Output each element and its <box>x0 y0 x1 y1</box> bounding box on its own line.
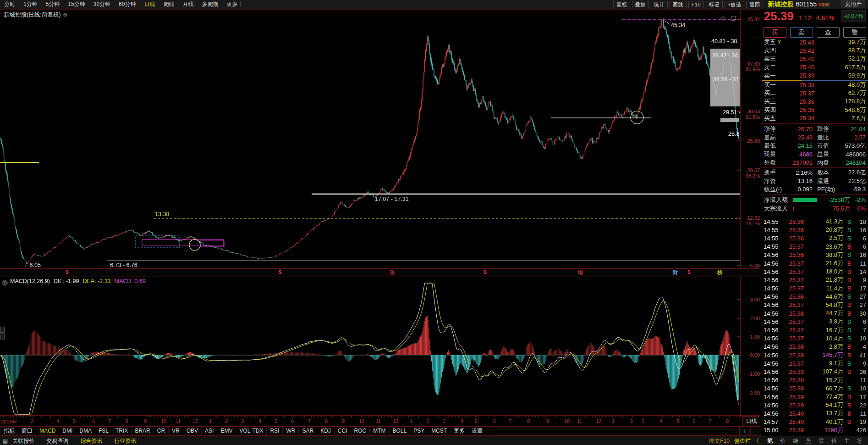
indicator-button[interactable]: BRAR <box>132 427 154 435</box>
view-tab[interactable]: 势 <box>802 437 815 445</box>
order-book-row[interactable]: 卖二25.40617.5万 <box>761 63 868 72</box>
event-marker[interactable]: 增 <box>577 269 583 276</box>
period-tab[interactable]: 日线 <box>140 0 159 8</box>
tick-row[interactable]: 14:5625.3721.6万B11 <box>761 259 868 267</box>
tick-row[interactable]: 14:5625.373.8万S6 <box>761 317 868 326</box>
statusbar-link[interactable]: 综合资讯 <box>80 437 102 445</box>
tick-row[interactable]: 14:5525.3620.8万S16 <box>761 226 868 234</box>
settings-icon[interactable]: ⊛ <box>63 11 67 18</box>
indicator-button[interactable]: DMI <box>59 427 76 435</box>
statusbar-link[interactable]: 交易查询 <box>46 437 68 445</box>
window-icon[interactable]: ▢ <box>731 14 736 21</box>
period-tab[interactable]: 更多 〉 <box>222 0 248 8</box>
sidebar-link[interactable]: 侧边栏 <box>734 437 751 445</box>
tick-row[interactable]: 14:5625.3644.6万S27 <box>761 293 868 301</box>
indicator-button[interactable]: VR <box>169 427 183 435</box>
order-book-row[interactable]: 买一25.3848.0万 <box>761 81 868 89</box>
tick-row[interactable]: 14:5625.3954.1万B22 <box>761 401 868 409</box>
indicator-button[interactable]: 指标 <box>0 427 18 435</box>
tick-row[interactable]: 14:5625.382.8万B4 <box>761 343 868 351</box>
order-book-row[interactable]: 卖三25.4152.1万 <box>761 55 868 63</box>
order-book-row[interactable]: 卖一25.3959.9万 <box>761 72 868 80</box>
topbar-button[interactable]: +自选 <box>725 1 745 8</box>
event-marker[interactable]: $ <box>687 269 690 275</box>
tick-row[interactable]: 14:5525.3723.6万B6 <box>761 243 868 251</box>
action-button-警[interactable]: 警 <box>843 27 866 38</box>
indicator-button[interactable]: CCI <box>335 427 351 435</box>
indicator-button[interactable]: TRIX <box>112 427 132 435</box>
action-button-买[interactable]: 买 <box>764 27 786 38</box>
topbar-button[interactable]: 画线 <box>670 1 687 8</box>
indicator-button[interactable]: DMA <box>76 427 95 435</box>
period-tab[interactable]: 月线 <box>178 0 198 8</box>
indicator-button[interactable]: KDJ <box>317 427 335 435</box>
view-tab[interactable]: 联 <box>815 437 828 445</box>
candlestick-macd-chart[interactable]: 13.386.73 - 6.7617.07 - 17.3140.81 - 38.… <box>0 9 761 416</box>
tick-row[interactable]: 14:5625.3711.4万B17 <box>761 284 868 293</box>
topbar-button[interactable]: 复权 <box>613 1 630 8</box>
period-tab[interactable]: 1分钟 <box>19 0 42 8</box>
view-tab[interactable]: 细 <box>789 437 802 445</box>
topbar-button[interactable]: 统计 <box>651 1 668 8</box>
indicator-button[interactable]: 更多 <box>450 427 468 435</box>
tick-row[interactable]: 14:5625.38145.7万B41 <box>761 351 868 359</box>
indicator-button[interactable]: 设置 <box>468 427 486 435</box>
action-button-查[interactable]: 查 <box>817 27 840 38</box>
view-tab[interactable]: 值 <box>828 437 841 445</box>
topbar-button[interactable]: F10 <box>688 1 704 8</box>
indicator-button[interactable]: ASI <box>202 427 217 435</box>
order-book-row[interactable]: 买三25.36178.8万 <box>761 97 868 106</box>
f10-link[interactable]: 图文F10 <box>709 437 730 445</box>
event-marker[interactable]: $ <box>483 269 486 275</box>
tick-row[interactable]: 14:5625.379.1万S9 <box>761 359 868 367</box>
statusbar-link[interactable]: 关联报价 <box>12 437 34 445</box>
indicator-button[interactable]: ROC <box>351 427 370 435</box>
indicator-button[interactable]: SAR <box>299 427 317 435</box>
tick-row[interactable]: 14:5625.39107.4万B36 <box>761 367 868 376</box>
period-tab[interactable]: 30分钟 <box>89 0 115 8</box>
event-marker[interactable]: $ <box>279 269 281 275</box>
indicator-button[interactable]: 窗口 <box>18 427 36 435</box>
topbar-button[interactable]: 标记 <box>706 1 723 8</box>
tick-row[interactable]: 15:0025.391190万426 <box>761 426 868 434</box>
tick-row[interactable]: 14:5525.3641.3万S18 <box>761 217 868 226</box>
statusbar-link[interactable]: 行业资讯 <box>114 437 136 445</box>
tick-row[interactable]: 14:5525.362.5万S6 <box>761 234 868 242</box>
view-tab[interactable]: 笔 <box>764 437 776 445</box>
zoom-in-button[interactable]: + <box>739 427 750 436</box>
indicator-button[interactable]: MTM <box>370 427 389 435</box>
indicator-button[interactable]: PSY <box>410 427 428 435</box>
order-book-row[interactable]: 卖四25.4288.7万 <box>761 46 868 55</box>
tick-row[interactable]: 14:5625.3716.7万S7 <box>761 326 868 334</box>
grid-icon[interactable]: ▤ <box>3 438 8 444</box>
tick-row[interactable]: 14:5625.3710.4万S10 <box>761 334 868 343</box>
diamond-icon[interactable]: ◇ <box>721 14 725 21</box>
indicator-button[interactable]: BOLL <box>390 427 411 435</box>
event-marker[interactable]: 榜 <box>717 269 723 276</box>
order-book-row[interactable]: 买四25.35548.6万 <box>761 106 868 114</box>
currency-icon[interactable]: ¥ <box>776 39 781 45</box>
event-marker[interactable]: 财 <box>673 269 678 276</box>
indicator-button[interactable]: RSI <box>267 427 283 435</box>
indicator-button[interactable]: WR <box>283 427 299 435</box>
sector-tag[interactable]: 房地产 <box>841 0 865 8</box>
tick-row[interactable]: 14:5625.4013.7万B11 <box>761 409 868 417</box>
view-tab[interactable]: 主 <box>841 437 853 445</box>
zoom-out-button[interactable]: − <box>750 427 761 436</box>
period-tab[interactable]: 周线 <box>159 0 178 8</box>
collapse-icon[interactable]: ˇ <box>2 280 8 286</box>
tick-list[interactable]: 14:5525.3641.3万S1814:5525.3620.8万S1614:5… <box>761 217 868 434</box>
indicator-button[interactable]: FSL <box>95 427 112 435</box>
view-tab[interactable]: 价 <box>776 437 789 445</box>
event-marker[interactable]: 涨 <box>390 269 395 276</box>
tick-row[interactable]: 14:5625.3815.2万11 <box>761 376 868 384</box>
indicator-button[interactable]: CR <box>154 427 169 435</box>
indicator-button[interactable]: VOL-TDX <box>236 427 267 435</box>
order-book-row[interactable]: 买二25.3762.7万 <box>761 89 868 97</box>
tick-row[interactable]: 14:5625.3721.8万B9 <box>761 276 868 284</box>
view-tab[interactable]: 筹 <box>853 437 866 445</box>
topbar-button[interactable]: 返回 <box>746 1 763 8</box>
tick-row[interactable]: 14:5625.3866.7万S10 <box>761 384 868 393</box>
indicator-button[interactable]: OBV <box>183 427 202 435</box>
tick-row[interactable]: 14:5625.3754.8万B27 <box>761 301 868 309</box>
